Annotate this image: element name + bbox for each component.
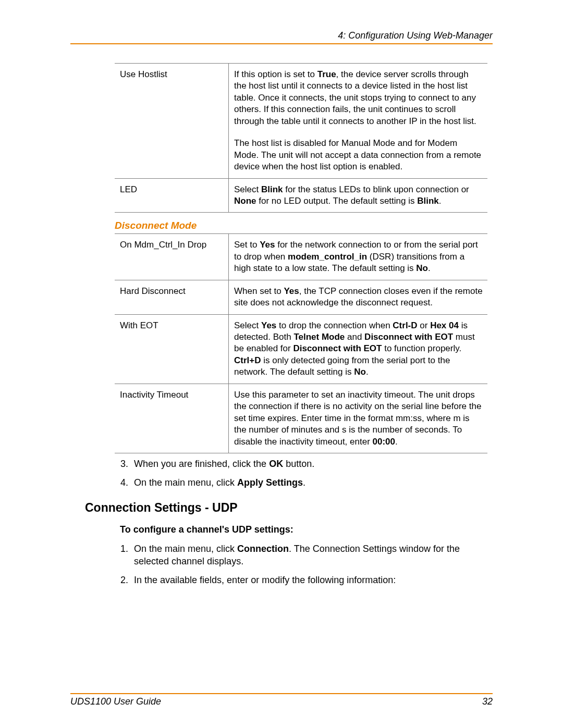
step-3: When you are finished, click the OK butt…: [131, 458, 493, 470]
table-row: Inactivity Timeout Use this parameter to…: [115, 384, 487, 453]
param-name: Inactivity Timeout: [115, 384, 229, 453]
steps-list-a: When you are finished, click the OK butt…: [113, 458, 493, 489]
section-heading-udp: Connection Settings - UDP: [85, 501, 493, 515]
steps-list-b: On the main menu, click Connection. The …: [113, 542, 493, 587]
param-table-2: On Mdm_Ctrl_In Drop Set to Yes for the n…: [115, 233, 487, 453]
table-row: LED Select Blink for the status LEDs to …: [115, 178, 487, 213]
table-row: Hard Disconnect When set to Yes, the TCP…: [115, 280, 487, 314]
param-desc: Select Blink for the status LEDs to blin…: [229, 178, 488, 213]
param-name: On Mdm_Ctrl_In Drop: [115, 234, 229, 280]
step-1: On the main menu, click Connection. The …: [131, 542, 493, 568]
footer-page-number: 32: [482, 696, 493, 707]
table-row: With EOT Select Yes to drop the connecti…: [115, 314, 487, 384]
param-desc: Set to Yes for the network connection to…: [229, 234, 488, 280]
sub-heading-udp: To configure a channel's UDP settings:: [120, 524, 493, 535]
param-table-1: Use Hostlist If this option is set to Tr…: [115, 63, 487, 213]
step-2: In the available fields, enter or modify…: [131, 574, 493, 586]
param-desc: If this option is set to True, the devic…: [229, 64, 488, 179]
param-name: With EOT: [115, 314, 229, 384]
step-4: On the main menu, click Apply Settings.: [131, 476, 493, 489]
page-header-title: 4: Configuration Using Web-Manager: [70, 30, 493, 44]
param-desc: Select Yes to drop the connection when C…: [229, 314, 488, 384]
param-name: Use Hostlist: [115, 64, 229, 179]
section-heading-disconnect-mode: Disconnect Mode: [115, 220, 493, 231]
page: 4: Configuration Using Web-Manager Use H…: [0, 0, 563, 728]
param-name: LED: [115, 178, 229, 213]
param-desc: When set to Yes, the TCP connection clos…: [229, 280, 488, 314]
page-footer: UDS1100 User Guide 32: [70, 693, 493, 707]
table-row: On Mdm_Ctrl_In Drop Set to Yes for the n…: [115, 234, 487, 280]
param-desc: Use this parameter to set an inactivity …: [229, 384, 488, 453]
param-name: Hard Disconnect: [115, 280, 229, 314]
footer-doc-title: UDS1100 User Guide: [70, 696, 161, 707]
table-row: Use Hostlist If this option is set to Tr…: [115, 64, 487, 179]
